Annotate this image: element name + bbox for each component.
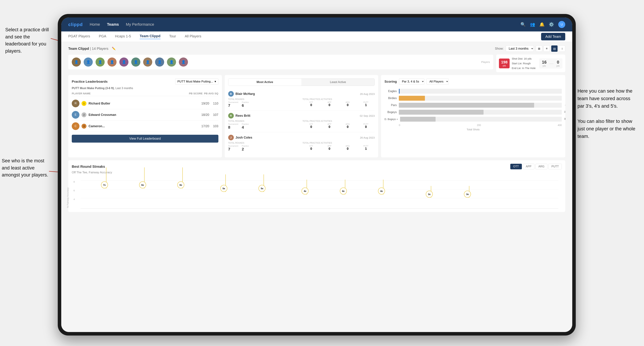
bar-bogeys: Bogeys 311 xyxy=(384,110,562,115)
activity-panel: Most Active Least Active B Blair McHarg … xyxy=(225,75,378,158)
filter-putt[interactable]: PUTT xyxy=(548,164,562,169)
player-avatar-2[interactable]: 👤 xyxy=(84,57,93,67)
view-list-btn[interactable]: ≡ xyxy=(544,45,550,52)
least-active-tab[interactable]: Least Active xyxy=(301,79,374,86)
streaks-title: Best Round Streaks xyxy=(72,165,105,169)
player-avatar-1[interactable]: 👤 xyxy=(72,57,81,67)
josh-practice: Total Practice Activities OTT0 APP0 ARG0… xyxy=(302,142,375,152)
player-avatar-7[interactable]: 👤 xyxy=(143,57,152,67)
streak-dot-6x-1[interactable]: 6x xyxy=(142,181,146,188)
drill-select[interactable]: PUTT Must Make Putting... ▾ xyxy=(175,78,218,85)
scoring-panel: Scoring Par 3, 4 & 5s Par 3s Par 4s Par … xyxy=(381,75,565,158)
view-sort-btn[interactable]: ↕ xyxy=(559,45,565,52)
chart-x-title: Total Shots xyxy=(384,128,562,131)
rank-badge-2: 2 xyxy=(82,112,86,117)
josh-player-row: J Josh Coles 26 Aug 2023 xyxy=(228,135,375,140)
streak-dot-3x-2[interactable]: 3x xyxy=(468,191,471,198)
sub-nav-pga[interactable]: PGA xyxy=(99,34,106,39)
hole-details: Shot Dist: 16 yds Start Lie: Rough End L… xyxy=(512,56,536,70)
filter-arg[interactable]: ARG xyxy=(536,164,548,169)
streaks-header: Best Round Streaks OTT APP ARG PUTT xyxy=(72,164,562,169)
players-row: 👤 👤 👤 👤 👤 👤 👤 👤 👤 👤 Players xyxy=(68,55,493,69)
streak-dot-6x-2[interactable]: 6x xyxy=(181,181,184,188)
player-avatar-4[interactable]: 👤 xyxy=(108,57,116,67)
users-icon[interactable]: 👥 xyxy=(530,22,535,27)
edit-icon[interactable]: ✏️ xyxy=(112,47,116,50)
sub-nav-pgat[interactable]: PGAT Players xyxy=(68,34,90,39)
add-team-button[interactable]: Add Team xyxy=(541,33,565,40)
team-count: | 14 Players xyxy=(90,47,108,50)
player-avatar-6[interactable]: 👤 xyxy=(131,57,140,67)
blair-practice: Total Practice Activities OTT0 APP0 ARG0… xyxy=(302,98,375,108)
scoring-par-filter[interactable]: Par 3, 4 & 5s Par 3s Par 4s Par 5s xyxy=(399,78,424,85)
activity-tabs: Most Active Least Active xyxy=(228,78,375,86)
sub-nav: PGAT Players PGA Hcaps 1-5 Team Clippd T… xyxy=(61,31,572,42)
lb-avatar-3: C xyxy=(72,122,80,130)
sub-nav-all-players[interactable]: All Players xyxy=(185,34,201,39)
rees-date: 02 Sep 2023 xyxy=(360,114,375,117)
rees-name: R Rees Britt xyxy=(228,113,250,119)
show-period-select[interactable]: Last 3 months Last 6 months Last year xyxy=(506,45,534,52)
nav-link-home[interactable]: Home xyxy=(90,22,100,27)
player-avatar-3[interactable]: 👤 xyxy=(96,57,105,67)
nav-links: Home Teams My Performance xyxy=(90,22,514,27)
streak-dot-7x-1[interactable]: 7x xyxy=(104,181,108,188)
streak-dot-4x-3[interactable]: 4x xyxy=(382,187,385,194)
blair-date: 26 Aug 2023 xyxy=(360,92,375,95)
sub-nav-team-clippd[interactable]: Team Clippd xyxy=(140,34,160,39)
bar-pars: Pars 499 xyxy=(384,103,562,108)
scoring-player-filter[interactable]: All Players xyxy=(426,78,449,85)
streak-dot-3x-1[interactable]: 3x xyxy=(429,191,433,198)
leaderboard-row-1: R 1 Richard Butler 19/20 110 xyxy=(72,98,218,109)
player-avatar-10[interactable]: 👤 xyxy=(179,57,188,67)
streak-dot-5x-2[interactable]: 5x xyxy=(262,185,266,192)
player-info-1: Richard Butler xyxy=(88,102,197,105)
player-score-2: 18/20 xyxy=(199,113,209,117)
nav-logo: clippd xyxy=(68,22,83,27)
chevron-down-icon: ▾ xyxy=(214,80,216,83)
nav-link-performance[interactable]: My Performance xyxy=(126,22,154,27)
streak-dot-4x-2[interactable]: 4x xyxy=(343,187,347,194)
view-grid-btn[interactable]: ⊞ xyxy=(536,45,542,52)
filter-ott[interactable]: OTT xyxy=(510,164,522,169)
grid-line-3 xyxy=(80,198,558,198)
player-info-2: Edward Crossman xyxy=(88,113,197,117)
y-label-8: 8 xyxy=(74,180,75,183)
sub-nav-hcaps[interactable]: Hcaps 1-5 xyxy=(115,34,131,39)
nav-link-teams[interactable]: Teams xyxy=(107,22,119,27)
player-score-3: 17/20 xyxy=(199,124,209,128)
bar-birdies: Birdies 96 xyxy=(384,96,562,101)
nav-bar: clippd Home Teams My Performance 🔍 👥 🔔 ⚙… xyxy=(61,17,572,31)
bell-icon[interactable]: 🔔 xyxy=(539,22,544,27)
sub-nav-tour[interactable]: Tour xyxy=(169,34,176,39)
blair-name: B Blair McHarg xyxy=(228,91,255,97)
chart-x-labels: 0 200 400 xyxy=(384,124,562,127)
most-active-tab[interactable]: Most Active xyxy=(228,79,302,86)
player-avatar-8[interactable]: 👤 xyxy=(155,57,164,67)
view-full-leaderboard-button[interactable]: View Full Leaderboard xyxy=(72,135,218,143)
leaderboard-header: Practice Leaderboards PUTT Must Make Put… xyxy=(72,78,218,85)
streaks-subtitle: Off The Tee, Fairway Accuracy xyxy=(72,171,562,174)
player-avatar-9[interactable]: 👤 xyxy=(167,57,176,67)
rees-player-row: R Rees Britt 02 Sep 2023 xyxy=(228,113,375,119)
tablet-frame: clippd Home Teams My Performance 🔍 👥 🔔 ⚙… xyxy=(58,14,576,336)
view-detail-btn[interactable]: ▤ xyxy=(551,45,558,52)
search-icon[interactable]: 🔍 xyxy=(520,22,526,27)
y-label-6: 6 xyxy=(74,189,75,192)
bar-chart: Eagles 3 Birdies xyxy=(384,87,562,132)
filter-app[interactable]: APP xyxy=(523,164,534,169)
user-avatar[interactable]: U xyxy=(558,21,565,28)
player-avatar-5[interactable]: 👤 xyxy=(119,57,128,67)
leaderboard-row-2: E 2 Edward Crossman 18/20 107 xyxy=(72,109,218,121)
hole-number-badge: 198 yds xyxy=(499,58,510,68)
yardage-left: 16 yds xyxy=(542,60,547,67)
y-label-4: 4 xyxy=(74,198,75,201)
streak-dot-5x-1[interactable]: 5x xyxy=(224,185,227,192)
y-axis-title: % Fairway Accuracy xyxy=(66,187,69,208)
annotation-bottom-left: See who is the most and least active amo… xyxy=(2,157,51,178)
player-score-1: 19/20 xyxy=(199,102,209,105)
team-header: Team Clippd | 14 Players ✏️ Show: Last 3… xyxy=(68,45,565,52)
hole-yardages: 16 yds — 0 yds xyxy=(539,58,562,68)
streak-dot-4x-1[interactable]: 4x xyxy=(305,187,308,194)
settings-icon[interactable]: ⚙️ xyxy=(549,22,554,27)
